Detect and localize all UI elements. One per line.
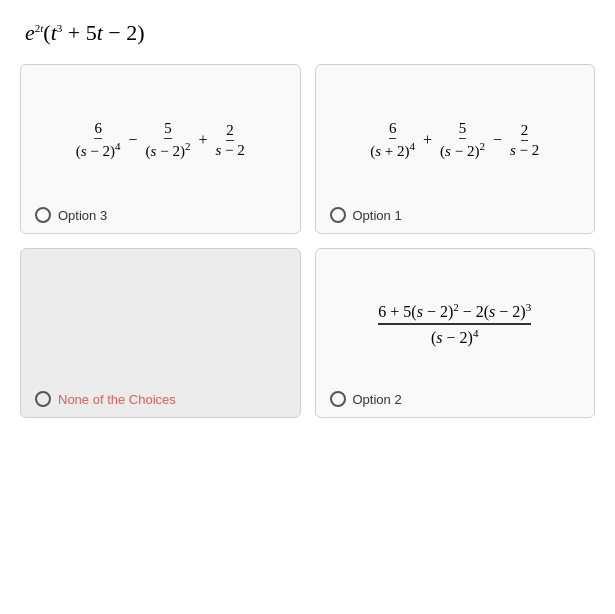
option1-text: Option 1 <box>353 208 402 223</box>
option-card-none[interactable]: None of the Choices <box>20 248 301 418</box>
main-expression: e2t(t3 + 5t − 2) <box>25 20 595 46</box>
radio-option3[interactable] <box>35 207 51 223</box>
radio-option1[interactable] <box>330 207 346 223</box>
option-card-2[interactable]: 6 + 5(s − 2)2 − 2(s − 2)3 (s − 2)4 Optio… <box>315 248 596 418</box>
none-label-row[interactable]: None of the Choices <box>35 391 286 407</box>
radio-option2[interactable] <box>330 391 346 407</box>
option-card-1[interactable]: 6 (s + 2)4 + 5 (s − 2)2 − 2 s − 2 Option… <box>315 64 596 234</box>
none-text: None of the Choices <box>58 392 176 407</box>
option1-label-row[interactable]: Option 1 <box>330 207 581 223</box>
formula-option2: 6 + 5(s − 2)2 − 2(s − 2)3 (s − 2)4 <box>330 267 581 381</box>
formula-none <box>35 267 286 381</box>
options-grid: 6 (s − 2)4 − 5 (s − 2)2 + 2 s − 2 Option… <box>20 64 595 418</box>
option-card-3[interactable]: 6 (s − 2)4 − 5 (s − 2)2 + 2 s − 2 Option… <box>20 64 301 234</box>
option3-text: Option 3 <box>58 208 107 223</box>
formula-option1: 6 (s + 2)4 + 5 (s − 2)2 − 2 s − 2 <box>330 83 581 197</box>
formula-option3: 6 (s − 2)4 − 5 (s − 2)2 + 2 s − 2 <box>35 83 286 197</box>
radio-none[interactable] <box>35 391 51 407</box>
option2-text: Option 2 <box>353 392 402 407</box>
option2-label-row[interactable]: Option 2 <box>330 391 581 407</box>
option3-label-row[interactable]: Option 3 <box>35 207 286 223</box>
